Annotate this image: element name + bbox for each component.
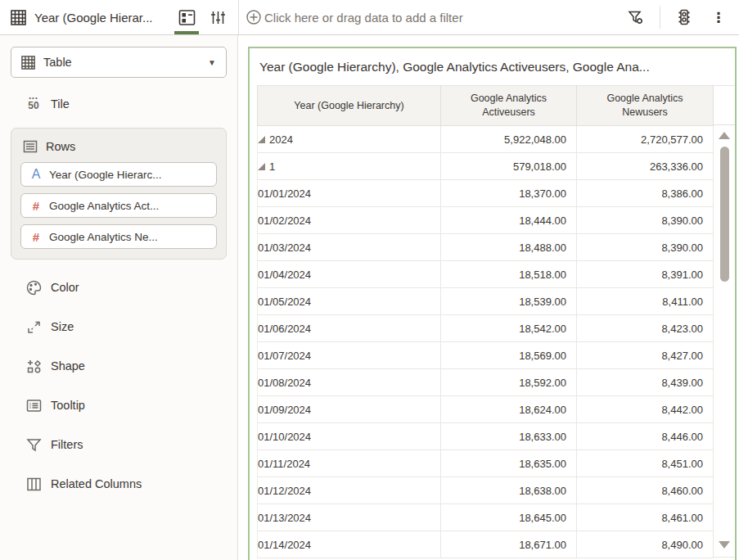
grammar-target-related-columns[interactable]: Related Columns bbox=[11, 464, 227, 504]
value-cell[interactable]: 18,645.00 bbox=[441, 504, 577, 531]
scrollbar-thumb[interactable] bbox=[720, 147, 729, 282]
value-cell[interactable]: 579,018.00 bbox=[441, 153, 577, 180]
row-label-cell[interactable]: 01/03/2024 bbox=[258, 234, 441, 261]
grammar-target-filters[interactable]: Filters bbox=[11, 425, 227, 464]
table-row[interactable]: 01/05/202418,539.008,411.00 bbox=[258, 288, 714, 315]
grammar-target-shape[interactable]: Shape bbox=[11, 346, 227, 386]
row-label-cell[interactable]: 01/10/2024 bbox=[258, 423, 441, 450]
value-cell[interactable]: 18,569.00 bbox=[441, 342, 577, 369]
vertical-scrollbar[interactable] bbox=[714, 85, 736, 558]
grammar-target-color[interactable]: Color bbox=[11, 268, 227, 307]
column-header-year[interactable]: Year (Google Hierarchy) bbox=[258, 86, 441, 126]
value-cell[interactable]: 18,592.00 bbox=[441, 369, 577, 396]
row-label: 01/09/2024 bbox=[258, 404, 311, 416]
collapse-triangle-icon[interactable] bbox=[258, 163, 265, 170]
grammar-target-tooltip[interactable]: Tooltip bbox=[11, 386, 227, 425]
value-cell[interactable]: 8,439.00 bbox=[577, 369, 714, 396]
top-toolbar: Year (Google Hierar... bbox=[0, 0, 739, 35]
value-cell[interactable]: 18,542.00 bbox=[441, 315, 577, 342]
value-cell[interactable]: 18,635.00 bbox=[441, 450, 577, 477]
value-cell[interactable]: 8,451.00 bbox=[577, 450, 714, 477]
value-cell[interactable]: 8,390.00 bbox=[577, 234, 714, 261]
table-row[interactable]: 20245,922,048.002,720,577.00 bbox=[258, 126, 714, 153]
viz-type-select[interactable]: Table ▼ bbox=[11, 47, 227, 78]
grammar-targets: Color Size bbox=[11, 268, 227, 504]
kebab-menu-icon[interactable]: ⋮ bbox=[706, 0, 731, 34]
value-cell[interactable]: 18,539.00 bbox=[441, 288, 577, 315]
add-filter-bar[interactable]: Click here or drag data to add a filter bbox=[246, 9, 624, 25]
grammar-target-size[interactable]: Size bbox=[11, 307, 227, 346]
row-label: 01/03/2024 bbox=[258, 242, 311, 254]
table-row[interactable]: 01/10/202418,633.008,446.00 bbox=[258, 423, 714, 450]
data-settings-icon[interactable] bbox=[672, 0, 696, 34]
column-header-activeusers[interactable]: Google Analytics Activeusers bbox=[441, 86, 577, 126]
row-label-cell[interactable]: 01/05/2024 bbox=[258, 288, 441, 315]
value-cell[interactable]: 18,518.00 bbox=[441, 261, 577, 288]
rows-drop-zone[interactable]: Rows A Year (Google Hierarc... # Google … bbox=[11, 128, 227, 260]
row-label-cell[interactable]: 01/09/2024 bbox=[258, 396, 441, 423]
value-cell[interactable]: 18,624.00 bbox=[441, 396, 577, 423]
row-label: 01/06/2024 bbox=[258, 323, 311, 335]
value-cell[interactable]: 8,411.00 bbox=[577, 288, 714, 315]
table-row[interactable]: 01/11/202418,635.008,451.00 bbox=[258, 450, 714, 477]
value-cell[interactable]: 8,446.00 bbox=[577, 423, 714, 450]
value-cell[interactable]: 2,720,577.00 bbox=[577, 126, 714, 153]
table-row[interactable]: 01/13/202418,645.008,461.00 bbox=[258, 504, 714, 531]
grammar-target-tile[interactable]: •••50 Tile bbox=[25, 92, 227, 116]
grammar-panel-toggle[interactable] bbox=[174, 0, 199, 34]
row-label: 01/11/2024 bbox=[258, 458, 310, 470]
pill-year-google-hierarchy[interactable]: A Year (Google Hierarc... bbox=[20, 162, 217, 187]
table-row[interactable]: 01/07/202418,569.008,427.00 bbox=[258, 342, 714, 369]
column-header-newusers[interactable]: Google Analytics Newusers bbox=[577, 86, 714, 126]
value-cell[interactable]: 8,423.00 bbox=[577, 315, 714, 342]
row-label-cell[interactable]: 01/13/2024 bbox=[258, 504, 441, 531]
value-cell[interactable]: 18,671.00 bbox=[441, 531, 577, 558]
value-cell[interactable]: 8,442.00 bbox=[577, 396, 714, 423]
value-cell[interactable]: 18,638.00 bbox=[441, 477, 577, 504]
value-cell[interactable]: 5,922,048.00 bbox=[441, 126, 577, 153]
row-label-cell[interactable]: 2024 bbox=[258, 126, 441, 153]
scroll-down-arrow-icon[interactable] bbox=[719, 541, 730, 549]
chevron-down-icon: ▼ bbox=[208, 58, 216, 67]
pill-google-analytics-activeusers[interactable]: # Google Analytics Act... bbox=[20, 193, 217, 218]
table-row[interactable]: 01/06/202418,542.008,423.00 bbox=[258, 315, 714, 342]
row-label-cell[interactable]: 01/01/2024 bbox=[258, 180, 441, 207]
row-label-cell[interactable]: 01/12/2024 bbox=[258, 477, 441, 504]
table-row[interactable]: 1579,018.00263,336.00 bbox=[258, 153, 714, 180]
value-cell[interactable]: 8,460.00 bbox=[577, 477, 714, 504]
row-label-cell[interactable]: 01/04/2024 bbox=[258, 261, 441, 288]
properties-sliders-icon[interactable] bbox=[205, 0, 230, 34]
value-cell[interactable]: 8,461.00 bbox=[577, 504, 714, 531]
value-cell[interactable]: 8,390.00 bbox=[577, 207, 714, 234]
table-row[interactable]: 01/12/202418,638.008,460.00 bbox=[258, 477, 714, 504]
table-row[interactable]: 01/01/202418,370.008,386.00 bbox=[258, 180, 714, 207]
row-label-cell[interactable]: 01/14/2024 bbox=[258, 531, 441, 558]
scroll-up-arrow-icon[interactable] bbox=[719, 132, 730, 139]
value-cell[interactable]: 263,336.00 bbox=[577, 153, 714, 180]
value-cell[interactable]: 8,490.00 bbox=[577, 531, 714, 558]
row-label-cell[interactable]: 01/08/2024 bbox=[258, 369, 441, 396]
table-row[interactable]: 01/03/202418,488.008,390.00 bbox=[258, 234, 714, 261]
value-cell[interactable]: 8,391.00 bbox=[577, 261, 714, 288]
pill-google-analytics-newusers[interactable]: # Google Analytics Ne... bbox=[20, 224, 217, 249]
table-row[interactable]: 01/04/202418,518.008,391.00 bbox=[258, 261, 714, 288]
table-visualization-panel[interactable]: Year (Google Hierarchy), Google Analytic… bbox=[248, 47, 737, 560]
value-cell[interactable]: 18,444.00 bbox=[441, 207, 577, 234]
row-label-cell[interactable]: 01/07/2024 bbox=[258, 342, 441, 369]
row-label-cell[interactable]: 1 bbox=[258, 153, 441, 180]
row-label-cell[interactable]: 01/02/2024 bbox=[258, 207, 441, 234]
row-label-cell[interactable]: 01/06/2024 bbox=[258, 315, 441, 342]
value-cell[interactable]: 18,633.00 bbox=[441, 423, 577, 450]
table-row[interactable]: 01/02/202418,444.008,390.00 bbox=[258, 207, 714, 234]
value-cell[interactable]: 8,386.00 bbox=[577, 180, 714, 207]
value-cell[interactable]: 18,370.00 bbox=[441, 180, 577, 207]
collapse-triangle-icon[interactable] bbox=[258, 136, 265, 143]
filter-settings-icon[interactable] bbox=[624, 0, 648, 34]
table-row[interactable]: 01/09/202418,624.008,442.00 bbox=[258, 396, 714, 423]
row-label-cell[interactable]: 01/11/2024 bbox=[258, 450, 441, 477]
canvas-area: Year (Google Hierarchy), Google Analytic… bbox=[238, 35, 739, 560]
value-cell[interactable]: 8,427.00 bbox=[577, 342, 714, 369]
table-row[interactable]: 01/14/202418,671.008,490.00 bbox=[258, 531, 714, 558]
value-cell[interactable]: 18,488.00 bbox=[441, 234, 577, 261]
table-row[interactable]: 01/08/202418,592.008,439.00 bbox=[258, 369, 714, 396]
